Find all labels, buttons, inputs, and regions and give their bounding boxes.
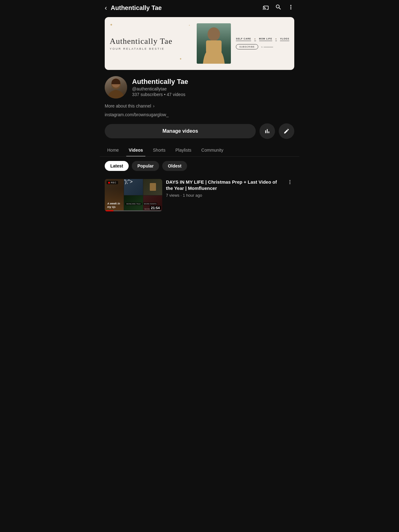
channel-handle: @authenticallytae bbox=[132, 86, 188, 91]
manage-section: Manage videos bbox=[100, 121, 299, 144]
svg-point-0 bbox=[208, 27, 220, 41]
avatar bbox=[105, 76, 127, 99]
banner-cat-momlife: MOM LIFE bbox=[259, 38, 272, 40]
video-duration: 21:54 bbox=[150, 206, 161, 210]
channel-info: Authentically Tae @authenticallytae 337 … bbox=[100, 71, 299, 101]
back-button[interactable]: ‹ bbox=[105, 4, 107, 12]
more-about-link[interactable]: More about this channel › bbox=[100, 101, 299, 111]
header-title: Authentically Tae bbox=[111, 4, 263, 11]
star-decoration-3: + bbox=[189, 24, 190, 27]
star-decoration-2: ✦ bbox=[179, 57, 182, 61]
progress-bar bbox=[105, 210, 162, 211]
instagram-link[interactable]: instagram.com/brownsugarglow_ bbox=[100, 111, 299, 121]
work-label: WORK RANTS bbox=[143, 203, 158, 205]
plus-icon-1: + bbox=[254, 38, 256, 40]
tab-community[interactable]: Community bbox=[196, 144, 228, 156]
video-title: DAYS IN MY LIFE | Christmas Prep + Last … bbox=[166, 179, 282, 191]
svg-rect-1 bbox=[206, 40, 222, 53]
banner-cat-vlogs: VLOGS bbox=[280, 38, 289, 40]
progress-fill bbox=[105, 210, 113, 211]
plus-icon-2: + bbox=[275, 38, 277, 40]
banner-cat-row: SELF CARE + MOM LIFE + VLOGS bbox=[236, 38, 289, 40]
banner-photo bbox=[197, 23, 231, 64]
header: ‹ Authentically Tae bbox=[100, 0, 299, 16]
tab-playlists[interactable]: Playlists bbox=[170, 144, 196, 156]
tab-shorts[interactable]: Shorts bbox=[148, 144, 170, 156]
filter-latest[interactable]: Latest bbox=[105, 161, 129, 171]
channel-tabs: Home Videos Shorts Playlists Community bbox=[100, 144, 299, 157]
time-ago: 1 hour ago bbox=[183, 193, 202, 198]
tab-home[interactable]: Home bbox=[102, 144, 124, 156]
video-meta: 7 views · 1 hour ago bbox=[166, 193, 282, 198]
video-thumbnail[interactable]: REC A week in my life ');"> bbox=[105, 179, 162, 211]
channel-stats: 337 subscribers • 47 videos bbox=[132, 92, 188, 97]
banner-tagline: YOUR RELATABLE BESTIE bbox=[110, 47, 192, 50]
channel-details: Authentically Tae @authenticallytae 337 … bbox=[132, 78, 188, 97]
more-options-icon[interactable] bbox=[287, 4, 294, 12]
subscriber-count: 337 subscribers bbox=[132, 92, 163, 97]
star-decoration-1: ✦ bbox=[110, 23, 113, 27]
chevron-right-icon: › bbox=[153, 103, 154, 108]
edit-button[interactable] bbox=[279, 123, 294, 139]
view-count: 7 views bbox=[166, 193, 179, 198]
banner-cat-selfcare: SELF CARE bbox=[236, 38, 251, 40]
video-more-options[interactable] bbox=[286, 179, 294, 187]
video-info: DAYS IN MY LIFE | Christmas Prep + Last … bbox=[166, 179, 282, 198]
banner-subscribe-row: SUBSCRIBE ←——— bbox=[236, 44, 273, 49]
banner-text: Authentically Tae YOUR RELATABLE BESTIE bbox=[110, 37, 192, 50]
channel-banner: ✦ ✦ + Authentically Tae YOUR RELATABLE B… bbox=[105, 17, 294, 70]
video-list: REC A week in my life ');"> bbox=[100, 175, 299, 215]
banner-categories: SELF CARE + MOM LIFE + VLOGS bbox=[236, 38, 289, 40]
banner-right: SELF CARE + MOM LIFE + VLOGS SUBSCRIBE ←… bbox=[236, 38, 289, 49]
more-about-text: More about this channel bbox=[105, 103, 151, 108]
search-icon[interactable] bbox=[275, 4, 282, 12]
skincare-label: SKINCARE TALK bbox=[125, 203, 142, 205]
table-row: REC A week in my life ');"> bbox=[102, 175, 297, 215]
channel-name: Authentically Tae bbox=[132, 78, 188, 86]
banner-channel-name: Authentically Tae bbox=[110, 37, 192, 46]
banner-subscribe-button[interactable]: SUBSCRIBE bbox=[236, 44, 258, 49]
filter-popular[interactable]: Popular bbox=[132, 161, 159, 171]
video-count: 47 videos bbox=[167, 92, 186, 97]
banner-arrow: ←——— bbox=[261, 45, 273, 48]
manage-videos-button[interactable]: Manage videos bbox=[105, 124, 256, 138]
filter-chips: Latest Popular Oldest bbox=[100, 157, 299, 175]
tab-videos[interactable]: Videos bbox=[124, 144, 148, 156]
rec-badge: REC bbox=[107, 181, 118, 184]
cast-icon[interactable] bbox=[263, 4, 269, 12]
header-icons bbox=[263, 4, 294, 12]
analytics-button[interactable] bbox=[259, 123, 275, 139]
stats-dot: • bbox=[164, 92, 167, 97]
filter-oldest[interactable]: Oldest bbox=[162, 161, 187, 171]
